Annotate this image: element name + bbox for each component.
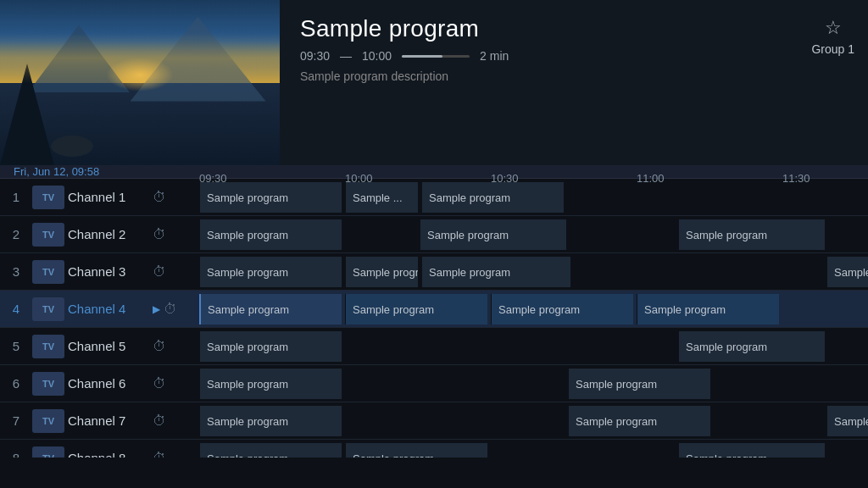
program-block-ch2-0[interactable]: Sample program xyxy=(199,219,342,250)
history-icon-7[interactable]: ⏱ xyxy=(153,413,166,429)
programs-area-5: Sample programSample program xyxy=(199,328,868,364)
history-icon-4[interactable]: ⏱ xyxy=(164,302,177,317)
channel-number-2: 2 xyxy=(0,227,32,241)
program-block-ch6-1[interactable]: Sample program xyxy=(568,369,710,399)
program-block-ch7-2[interactable]: Sample xyxy=(826,406,868,436)
program-block-ch1-1[interactable]: Sample ... xyxy=(345,182,418,213)
channel-actions-2: ⏱ xyxy=(153,227,195,242)
play-icon-4: ▶ xyxy=(153,303,160,315)
channel-number-6: 6 xyxy=(0,376,32,391)
program-block-ch5-1[interactable]: Sample program xyxy=(678,331,825,362)
program-time-row: 09:30 — 10:00 2 min xyxy=(300,49,848,63)
channel-name-5: Channel 5 xyxy=(68,339,153,353)
channel-row-5[interactable]: 5TVChannel 5⏱Sample programSample progra… xyxy=(0,328,868,365)
program-block-ch1-0[interactable]: Sample program xyxy=(199,182,342,213)
rocks-decoration xyxy=(51,136,93,157)
thumbnail-image xyxy=(0,0,280,165)
timeline-header: Fri, Jun 12, 09:58 09:3010:0010:3011:001… xyxy=(0,165,868,179)
channel-name-1: Channel 1 xyxy=(68,190,153,204)
history-icon-2[interactable]: ⏱ xyxy=(153,227,166,242)
channel-name-4: Channel 4 xyxy=(68,302,153,316)
program-block-ch5-0[interactable]: Sample program xyxy=(199,331,342,362)
channel-tv-icon-1: TV xyxy=(32,186,64,209)
program-block-ch2-1[interactable]: Sample program xyxy=(420,219,566,250)
programs-area-8: Sample programSample programSample progr… xyxy=(199,440,868,458)
program-time-end: 10:00 xyxy=(362,49,392,63)
channel-number-7: 7 xyxy=(0,413,32,428)
favorite-button[interactable]: ☆ Group 1 xyxy=(811,17,854,56)
programs-area-6: Sample programSample program xyxy=(199,365,868,402)
programs-area-4: Sample programSample programSample progr… xyxy=(199,291,868,327)
programs-area-7: Sample programSample programSample xyxy=(199,402,868,439)
channel-row-4[interactable]: 4TVChannel 4▶⏱Sample programSample progr… xyxy=(0,291,868,328)
program-block-ch4-1[interactable]: Sample program xyxy=(345,294,487,324)
channel-number-8: 8 xyxy=(0,451,32,458)
history-icon-3[interactable]: ⏱ xyxy=(153,264,166,280)
program-block-ch8-0[interactable]: Sample program xyxy=(199,443,342,458)
star-icon: ☆ xyxy=(825,17,842,39)
channel-row-7[interactable]: 7TVChannel 7⏱Sample programSample progra… xyxy=(0,402,868,440)
channel-left-3: 3TVChannel 3⏱ xyxy=(0,260,199,284)
program-block-ch8-2[interactable]: Sample program xyxy=(678,443,825,458)
channel-number-5: 5 xyxy=(0,339,32,353)
channel-left-2: 2TVChannel 2⏱ xyxy=(0,223,199,247)
program-info: Sample program 09:30 — 10:00 2 min Sampl… xyxy=(280,0,868,165)
progress-bar-fill xyxy=(402,55,442,58)
program-block-ch3-3[interactable]: Sample pro xyxy=(826,257,868,287)
programs-area-1: Sample programSample ...Sample program xyxy=(199,179,868,215)
channel-actions-8: ⏱ xyxy=(153,451,195,458)
group-label: Group 1 xyxy=(811,42,854,56)
epg-container: Fri, Jun 12, 09:58 09:3010:0010:3011:001… xyxy=(0,165,868,458)
current-datetime: Fri, Jun 12, 09:58 xyxy=(0,165,199,178)
channel-row-1[interactable]: 1TVChannel 1⏱Sample programSample ...Sam… xyxy=(0,179,868,216)
channel-actions-1: ⏱ xyxy=(153,190,195,205)
program-block-ch3-2[interactable]: Sample program xyxy=(421,257,570,287)
program-block-ch3-1[interactable]: Sample progr... xyxy=(345,257,418,287)
channel-tv-icon-2: TV xyxy=(32,223,64,247)
top-panel: Sample program 09:30 — 10:00 2 min Sampl… xyxy=(0,0,868,165)
channel-tv-icon-4: TV xyxy=(32,297,64,321)
channel-row-3[interactable]: 3TVChannel 3⏱Sample programSample progr.… xyxy=(0,253,868,291)
channel-name-7: Channel 7 xyxy=(68,413,153,428)
channel-left-8: 8TVChannel 8⏱ xyxy=(0,446,199,458)
channel-actions-3: ⏱ xyxy=(153,264,195,280)
history-icon-8[interactable]: ⏱ xyxy=(153,451,166,458)
channel-name-2: Channel 2 xyxy=(68,227,153,241)
channel-left-6: 6TVChannel 6⏱ xyxy=(0,372,199,396)
program-block-ch8-1[interactable]: Sample program xyxy=(345,443,487,458)
channel-row-2[interactable]: 2TVChannel 2⏱Sample programSample progra… xyxy=(0,216,868,253)
channel-left-4: 4TVChannel 4▶⏱ xyxy=(0,297,199,321)
channel-row-6[interactable]: 6TVChannel 6⏱Sample programSample progra… xyxy=(0,365,868,402)
channel-tv-icon-5: TV xyxy=(32,335,64,358)
program-block-ch4-3[interactable]: Sample program xyxy=(637,294,779,324)
program-time-start: 09:30 xyxy=(300,49,330,63)
history-icon-1[interactable]: ⏱ xyxy=(153,190,166,205)
channel-left-1: 1TVChannel 1⏱ xyxy=(0,186,199,209)
program-block-ch4-2[interactable]: Sample program xyxy=(491,294,633,324)
history-icon-5[interactable]: ⏱ xyxy=(153,339,166,354)
program-block-ch6-0[interactable]: Sample program xyxy=(199,369,342,399)
channel-number-1: 1 xyxy=(0,190,32,204)
channel-number-4: 4 xyxy=(0,302,32,316)
program-description: Sample program description xyxy=(300,69,848,83)
history-icon-6[interactable]: ⏱ xyxy=(153,376,166,391)
program-block-ch4-0[interactable]: Sample program xyxy=(199,294,342,324)
channel-tv-icon-7: TV xyxy=(32,409,64,433)
program-title: Sample program xyxy=(300,15,848,42)
channel-left-5: 5TVChannel 5⏱ xyxy=(0,335,199,358)
channel-actions-5: ⏱ xyxy=(153,339,195,354)
channel-name-6: Channel 6 xyxy=(68,376,153,391)
program-block-ch7-0[interactable]: Sample program xyxy=(199,406,342,436)
program-block-ch2-2[interactable]: Sample program xyxy=(678,219,825,250)
program-block-ch3-0[interactable]: Sample program xyxy=(199,257,342,287)
program-block-ch1-2[interactable]: Sample program xyxy=(421,182,564,213)
mountain-left xyxy=(28,25,130,92)
channel-left-7: 7TVChannel 7⏱ xyxy=(0,409,199,433)
channel-tv-icon-3: TV xyxy=(32,260,64,284)
channel-tv-icon-8: TV xyxy=(32,446,64,458)
channel-tv-icon-6: TV xyxy=(32,372,64,396)
channel-row-8[interactable]: 8TVChannel 8⏱Sample programSample progra… xyxy=(0,440,868,458)
channel-actions-6: ⏱ xyxy=(153,376,195,391)
program-block-ch7-1[interactable]: Sample program xyxy=(568,406,710,436)
channel-name-8: Channel 8 xyxy=(68,451,153,458)
